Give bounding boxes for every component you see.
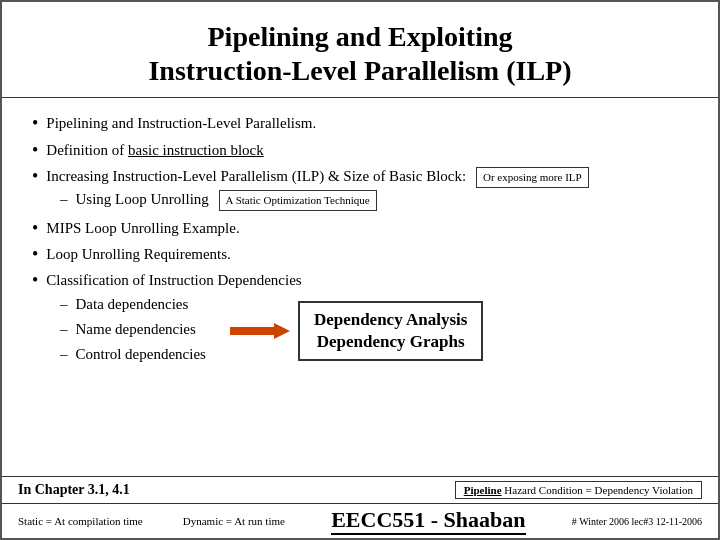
sub-dep-list: – Data dependencies – Name dependencies … [60,293,206,369]
list-item: – Using Loop Unrolling A Static Optimiza… [60,188,377,211]
course-title: EECC551 - Shaaban [331,507,525,535]
title-area: Pipelining and Exploiting Instruction-Le… [2,2,718,98]
list-item: • Definition of basic instruction block [32,139,688,162]
list-item: • Classification of Instruction Dependen… [32,269,688,368]
sub-dash: – [60,318,68,341]
chapter-label: In Chapter 3.1, 4.1 [18,482,130,498]
bullet-dot: • [32,112,38,135]
or-exposing-tag: Or exposing more ILP [476,167,589,188]
title-line1: Pipelining and Exploiting [208,21,513,52]
pipeline-hazard-box: Pipeline Hazard Condition = Dependency V… [455,481,702,499]
bullet-dot: • [32,269,38,292]
static-label: Static = At compilation time [18,515,143,527]
pipeline-label: Pipeline [464,484,502,496]
bullet-text: Loop Unrolling Requirements. [46,243,688,266]
slide: Pipelining and Exploiting Instruction-Le… [0,0,720,540]
bullet-dot: • [32,139,38,162]
course-info: EECC551 - Shaaban [331,507,525,535]
list-item: – Control dependencies [60,343,206,366]
bullet-dot: • [32,243,38,266]
dynamic-label: Dynamic = At run time [183,515,285,527]
list-item: – Name dependencies [60,318,206,341]
sub-dash: – [60,343,68,366]
bullet-dot: • [32,165,38,188]
bullet-text: MIPS Loop Unrolling Example. [46,217,688,240]
sub-bullet-text: Control dependencies [76,343,206,366]
semester-info: # Winter 2006 lec#3 12-11-2006 [572,516,702,527]
footer-row: In Chapter 3.1, 4.1 Pipeline Hazard Cond… [2,476,718,503]
static-dynamic-labels: Static = At compilation time Dynamic = A… [18,515,285,527]
slide-title: Pipelining and Exploiting Instruction-Le… [32,20,688,87]
list-item: • MIPS Loop Unrolling Example. [32,217,688,240]
bullet-text: Classification of Instruction Dependenci… [46,269,301,292]
main-bullet-list: • Pipelining and Instruction-Level Paral… [32,112,688,371]
dep-arrow-group: Dependency Analysis Dependency Graphs [222,301,484,361]
right-arrow-icon [230,319,290,343]
sub-dash: – [60,293,68,316]
dependency-box: Dependency Analysis Dependency Graphs [298,301,484,361]
sub-bullet-text: Using Loop Unrolling A Static Optimizati… [76,188,377,211]
bottom-bar: Static = At compilation time Dynamic = A… [2,503,718,538]
svg-marker-0 [230,323,290,339]
sub-bullet-text: Data dependencies [76,293,189,316]
bullet-text: Pipelining and Instruction-Level Paralle… [46,112,688,135]
bullet-text: Definition of basic instruction block [46,139,688,162]
sub-bullet-text: Name dependencies [76,318,196,341]
static-opt-tag: A Static Optimization Technique [219,190,377,211]
bullet-text: Increasing Instruction-Level Parallelism… [46,165,588,188]
underline-text: basic instruction block [128,142,264,158]
list-item: – Data dependencies [60,293,206,316]
sub-bullet-list: – Using Loop Unrolling A Static Optimiza… [60,188,377,213]
content-area: • Pipelining and Instruction-Level Paral… [2,98,718,476]
dep-box-line1: Dependency Analysis [314,310,468,329]
dep-box-line2: Dependency Graphs [317,332,465,351]
pipeline-text: Hazard Condition = Dependency Violation [504,484,693,496]
title-line2: Instruction-Level Parallelism (ILP) [148,55,571,86]
list-item: • Loop Unrolling Requirements. [32,243,688,266]
list-item: • Increasing Instruction-Level Paralleli… [32,165,688,214]
sub-dash: – [60,188,68,211]
bullet-dot: • [32,217,38,240]
list-item: • Pipelining and Instruction-Level Paral… [32,112,688,135]
